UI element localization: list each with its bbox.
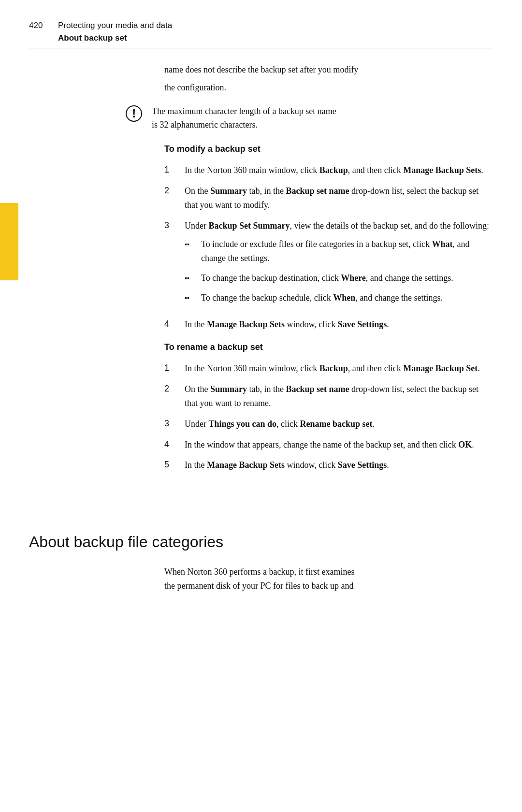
notice-block: ! The maximum character length of a back…	[126, 104, 493, 132]
bullet-text-3: To change the backup schedule, click Whe…	[201, 291, 493, 305]
rename-item-2-number: 2	[164, 382, 177, 395]
rename-item-4-text: In the window that appears, change the n…	[185, 438, 493, 452]
page-number: 420	[29, 19, 58, 32]
header-title: Protecting your media and data	[58, 19, 172, 32]
intro-line1: name does not describe the backup set af…	[164, 63, 493, 77]
notice-icon: !	[126, 105, 142, 122]
rename-item-3-number: 3	[164, 417, 177, 430]
rename-item-3: 3 Under Things you can do, click Rename …	[164, 417, 493, 431]
notice-text: The maximum character length of a backup…	[152, 104, 493, 132]
rename-item-1: 1 In the Norton 360 main window, click B…	[164, 362, 493, 376]
rename-item-4-number: 4	[164, 438, 177, 451]
modify-item-3-text: Under Backup Set Summary, view the detai…	[185, 219, 493, 311]
bullet-text-1: To include or exclude files or file cate…	[201, 237, 493, 265]
final-text-block: When Norton 360 performs a backup, it fi…	[164, 565, 522, 612]
bullet-item-when: ▪▪ To change the backup schedule, click …	[185, 291, 493, 305]
bullet-item-what: ▪▪ To include or exclude files or file c…	[185, 237, 493, 265]
modify-item-4: 4 In the Manage Backup Sets window, clic…	[164, 318, 493, 332]
rename-item-3-text: Under Things you can do, click Rename ba…	[185, 417, 493, 431]
modify-item-1: 1 In the Norton 360 main window, click B…	[164, 163, 493, 177]
rename-item-4: 4 In the window that appears, change the…	[164, 438, 493, 452]
modify-item-3-number: 3	[164, 219, 177, 232]
rename-heading: To rename a backup set	[164, 341, 493, 354]
header-text-block: Protecting your media and data About bac…	[58, 19, 172, 44]
intro-text-block: name does not describe the backup set af…	[164, 63, 493, 95]
bullet-icon-1: ▪▪	[185, 239, 194, 250]
rename-list: 1 In the Norton 360 main window, click B…	[164, 362, 493, 472]
rename-item-1-number: 1	[164, 362, 177, 375]
modify-item-2: 2 On the Summary tab, in the Backup set …	[164, 184, 493, 212]
rename-item-5-text: In the Manage Backup Sets window, click …	[185, 458, 493, 472]
bookmark-tab	[0, 203, 18, 280]
intro-line2: the configuration.	[164, 81, 493, 95]
rename-item-2: 2 On the Summary tab, in the Backup set …	[164, 382, 493, 410]
rename-item-2-text: On the Summary tab, in the Backup set na…	[185, 382, 493, 410]
final-text-line1: When Norton 360 performs a backup, it fi…	[164, 565, 493, 579]
modify-list: 1 In the Norton 360 main window, click B…	[164, 163, 493, 331]
modify-item-3: 3 Under Backup Set Summary, view the det…	[164, 219, 493, 311]
notice-line1: The maximum character length of a backup…	[152, 106, 336, 116]
modify-item-3-sublist: ▪▪ To include or exclude files or file c…	[185, 237, 493, 304]
bullet-icon-2: ▪▪	[185, 273, 194, 284]
header-subtitle: About backup set	[58, 32, 172, 44]
bullet-text-2: To change the backup destination, click …	[201, 271, 493, 285]
notice-line2: is 32 alphanumeric characters.	[152, 120, 258, 130]
modify-item-4-text: In the Manage Backup Sets window, click …	[185, 318, 493, 332]
bullet-item-where: ▪▪ To change the backup destination, cli…	[185, 271, 493, 285]
modify-item-4-number: 4	[164, 318, 177, 331]
rename-item-1-text: In the Norton 360 main window, click Bac…	[185, 362, 493, 376]
modify-item-2-number: 2	[164, 184, 177, 197]
about-heading: About backup file categories	[29, 530, 522, 553]
bullet-icon-3: ▪▪	[185, 293, 194, 304]
content-area: name does not describe the backup set af…	[0, 48, 522, 511]
modify-heading: To modify a backup set	[164, 143, 493, 156]
page-container: 420 Protecting your media and data About…	[0, 0, 522, 812]
modify-item-1-number: 1	[164, 163, 177, 176]
page-header: 420 Protecting your media and data About…	[0, 0, 522, 44]
rename-item-5: 5 In the Manage Backup Sets window, clic…	[164, 458, 493, 472]
modify-item-1-text: In the Norton 360 main window, click Bac…	[185, 163, 493, 177]
rename-item-5-number: 5	[164, 458, 177, 471]
final-text-line2: the permanent disk of your PC for files …	[164, 579, 493, 593]
modify-item-2-text: On the Summary tab, in the Backup set na…	[185, 184, 493, 212]
